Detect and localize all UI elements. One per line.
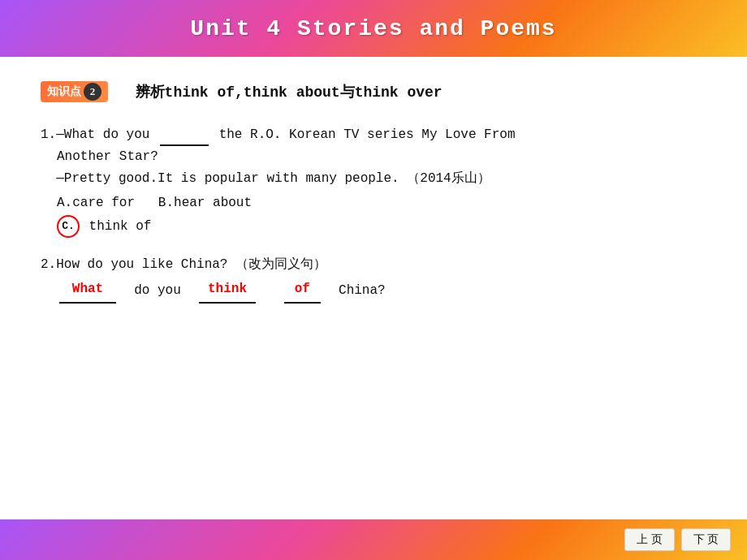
knowledge-point-header: 知识点2 辨析think of,think about与think over (41, 81, 706, 102)
header-title: Unit 4 Stories and Poems (190, 16, 556, 41)
question-1-line2: Another Star? (57, 146, 706, 168)
blank-what: What (59, 276, 116, 304)
question-2-block: 2.How do you like China? （改为同义句） What do… (41, 252, 706, 304)
question-2-line1: 2.How do you like China? （改为同义句） (41, 252, 706, 276)
slide-container: Unit 4 Stories and Poems 知识点2 辨析think of… (0, 0, 747, 560)
slide-header: Unit 4 Stories and Poems (0, 0, 747, 57)
blank-of: of (284, 276, 321, 304)
blank-q1 (160, 123, 209, 146)
content-area: 知识点2 辨析think of,think about与think over 1… (0, 57, 747, 519)
question-1-options: A.care for B.hear about (57, 196, 706, 210)
prev-button[interactable]: 上 页 (624, 528, 675, 551)
question-1-line3: —Pretty good.It is popular with many peo… (41, 168, 706, 190)
question-2-fill-line: What do you think of China? (57, 276, 706, 304)
knowledge-badge: 知识点2 (41, 81, 108, 102)
next-button[interactable]: 下 页 (681, 528, 732, 551)
answer-c-text: think of (89, 219, 152, 234)
knowledge-title: 辨析think of,think about与think over (118, 82, 443, 101)
question-1-line1: 1.—What do you the R.O. Korean TV series… (41, 123, 706, 146)
blank-think: think (199, 276, 256, 304)
question-1-answer: C. think of (57, 215, 706, 238)
footer-area: 上 页 下 页 (0, 519, 747, 560)
question-1-block: 1.—What do you the R.O. Korean TV series… (41, 123, 706, 238)
answer-circle-c: C. (57, 215, 80, 238)
